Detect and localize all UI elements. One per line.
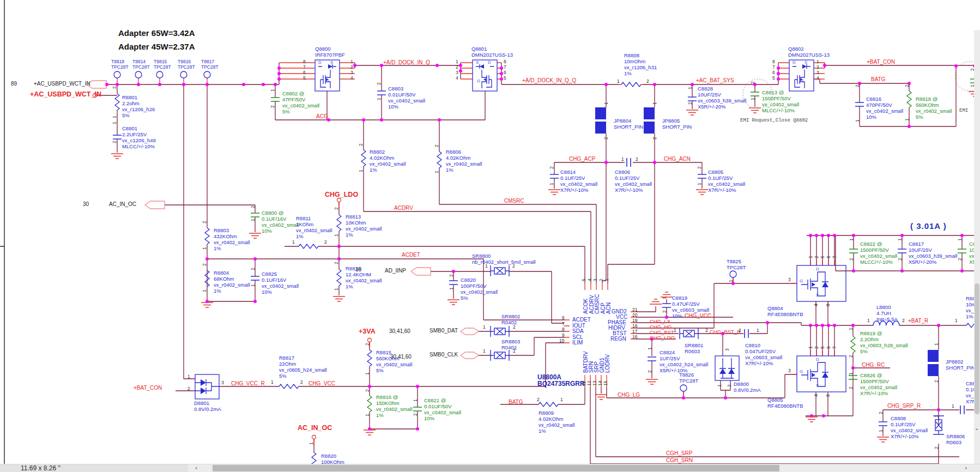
resh-symbol xyxy=(279,384,299,389)
tp-symbol xyxy=(204,71,210,78)
scroll-left-icon[interactable]: ‹ xyxy=(192,464,201,472)
resv-symbol xyxy=(437,152,441,168)
cap-symbol xyxy=(855,102,864,106)
junction-dot xyxy=(459,64,462,67)
schematic-canvas[interactable]: Adapter 65W=3.42A Adapter 45W=2.37A89+AC… xyxy=(0,0,980,472)
resh-symbol xyxy=(621,82,641,87)
junction-dot xyxy=(691,83,694,86)
port-symbol xyxy=(145,201,165,209)
tp-symbol xyxy=(730,271,736,277)
junction-dot xyxy=(337,257,341,261)
junction-dot xyxy=(777,77,780,81)
junction-dot xyxy=(821,324,824,327)
horizontal-scrollbar[interactable]: 11.69 x 8.26 " ‹ › xyxy=(0,464,980,472)
junction-dot xyxy=(416,385,419,388)
junction-dot xyxy=(937,324,940,327)
srh-symbol xyxy=(933,416,944,434)
junction-dot xyxy=(362,118,365,122)
resv-symbol xyxy=(361,150,366,166)
junction-dot xyxy=(337,245,341,248)
caph-symbol xyxy=(745,329,748,338)
gnd-symbol xyxy=(447,300,459,305)
junction-dot xyxy=(438,118,441,122)
junction-dot xyxy=(815,324,818,327)
vertical-scrollbar[interactable] xyxy=(974,30,980,464)
wires xyxy=(97,63,977,464)
junction-dot xyxy=(116,83,119,86)
junction-dot xyxy=(821,234,824,237)
porth-symbol xyxy=(461,328,479,335)
cap-symbol xyxy=(449,281,458,285)
resh-symbol xyxy=(299,244,318,249)
srh-symbol xyxy=(491,326,509,337)
junction-dot xyxy=(205,257,209,261)
junction-dot xyxy=(851,366,855,370)
cap-symbol xyxy=(251,276,259,280)
junction-dot xyxy=(353,64,356,67)
junction-dot xyxy=(242,83,245,86)
gnd-symbol xyxy=(806,417,818,422)
jp-symbol xyxy=(928,350,939,376)
junction-dot xyxy=(908,82,911,85)
port-symbol xyxy=(411,268,431,275)
dotc-symbol xyxy=(743,79,772,108)
junction-dot xyxy=(960,269,964,273)
junction-dot xyxy=(822,414,825,417)
resh-symbol xyxy=(539,402,558,407)
junction-dot xyxy=(900,269,904,273)
junction-dot xyxy=(809,234,812,237)
term-symbol xyxy=(368,338,372,342)
junction-dot xyxy=(368,427,371,431)
horizontal-scrollbar-thumb[interactable] xyxy=(213,465,779,471)
cap-symbol xyxy=(688,97,697,101)
junction-dot xyxy=(452,270,455,273)
resv-symbol xyxy=(907,91,911,107)
gnd-symbol xyxy=(548,190,560,195)
junction-dot xyxy=(380,64,383,67)
srh-symbol xyxy=(680,328,698,339)
junction-dot xyxy=(416,427,419,431)
junction-dot xyxy=(435,64,439,67)
junction-dot xyxy=(960,234,964,237)
vertical-scrollbar-thumb[interactable] xyxy=(975,283,979,414)
resv-symbol xyxy=(367,350,372,366)
fet2-symbol xyxy=(315,60,340,91)
junction-dot xyxy=(724,396,727,400)
junction-dot xyxy=(262,83,265,86)
scroll-right-icon[interactable]: › xyxy=(961,464,970,472)
gnd-symbol xyxy=(333,296,345,301)
junction-dot xyxy=(253,257,257,261)
jp-symbol xyxy=(595,107,606,134)
cap-symbol xyxy=(413,407,422,411)
junction-dot xyxy=(500,72,503,75)
dio2h-symbol xyxy=(195,374,219,399)
cap-symbol xyxy=(958,249,966,253)
resv-symbol xyxy=(205,228,209,244)
junction-dot xyxy=(809,324,812,327)
fetr-symbol xyxy=(797,356,846,392)
junction-dot xyxy=(604,161,608,164)
junction-dot xyxy=(777,72,780,75)
gnd-symbol xyxy=(696,190,708,195)
junction-dot xyxy=(833,324,836,327)
junction-dot xyxy=(380,118,383,122)
cap-symbol xyxy=(698,174,706,178)
ind-symbol xyxy=(873,321,899,325)
junction-dot xyxy=(105,83,108,86)
junction-dot xyxy=(137,83,140,86)
component-symbols xyxy=(87,60,980,469)
term-symbol xyxy=(93,94,97,98)
scroll-down-icon[interactable]: ⌄ xyxy=(974,425,979,433)
resv-symbol xyxy=(367,396,372,412)
junction-dot xyxy=(368,385,371,388)
gnd-symbol xyxy=(749,108,761,113)
junction-dot xyxy=(682,396,685,400)
junction-dot xyxy=(937,408,940,412)
caph-symbol xyxy=(627,158,631,167)
junction-dot xyxy=(604,83,608,86)
cap-symbol xyxy=(662,304,671,307)
tp-symbol xyxy=(135,71,142,78)
junction-dot xyxy=(500,66,503,70)
junction-dot xyxy=(815,234,818,237)
cap-symbol xyxy=(377,91,386,95)
